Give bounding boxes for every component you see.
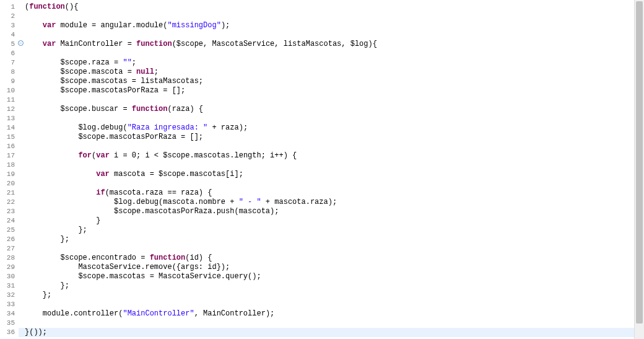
code-line[interactable]: $scope.mascota = null;: [25, 68, 643, 77]
token-pn: ;: [132, 58, 136, 67]
line-number: 13: [0, 114, 19, 123]
token-pn: $scope.mascotas = MascotaService.query()…: [25, 272, 261, 281]
line-number: 1: [0, 2, 19, 12]
code-line[interactable]: for(var i = 0; i < $scope.mascotas.lengt…: [25, 151, 643, 161]
token-pn: , MainController);: [194, 309, 275, 318]
line-number: 29: [0, 263, 19, 272]
code-line[interactable]: var module = angular.module("missingDog"…: [25, 21, 643, 30]
token-pn: [25, 170, 96, 178]
code-line[interactable]: [25, 95, 643, 105]
code-line[interactable]: };: [25, 291, 643, 300]
code-line[interactable]: $scope.mascotas = listaMascotas;: [25, 77, 643, 86]
token-pn: [25, 21, 43, 30]
line-number: 20: [0, 179, 19, 188]
code-line[interactable]: [25, 179, 643, 188]
line-number: 31: [0, 281, 19, 291]
token-str: " - ": [239, 198, 261, 206]
code-line[interactable]: [25, 12, 643, 21]
token-pn: [25, 188, 96, 197]
token-pn: $scope.mascotasPorRaza = [];: [25, 86, 185, 95]
token-pn: (){: [65, 2, 79, 11]
code-line[interactable]: [25, 319, 643, 328]
token-pn: $scope.mascotasPorRaza = [];: [25, 133, 203, 141]
token-kw: function: [136, 40, 172, 48]
token-pn: $scope.mascotas = listaMascotas;: [25, 77, 203, 86]
line-number: 5−: [0, 40, 19, 49]
line-number: 6: [0, 49, 19, 58]
code-editor[interactable]: 12345−6789101112131415161718192021222324…: [0, 0, 644, 339]
token-pn: [25, 40, 43, 48]
code-line[interactable]: (function(){: [25, 2, 643, 12]
token-pn: $scope.mascota =: [25, 68, 136, 76]
line-number: 26: [0, 235, 19, 244]
code-line[interactable]: if(mascota.raza == raza) {: [25, 188, 643, 198]
line-number: 25: [0, 226, 19, 235]
line-number: 19: [0, 170, 19, 179]
scrollbar-thumb[interactable]: [636, 1, 643, 324]
vertical-scrollbar[interactable]: [634, 0, 644, 339]
code-line[interactable]: $log.debug("Raza ingresada: " + raza);: [25, 123, 643, 133]
token-pn: }());: [25, 328, 47, 337]
token-kw: null: [136, 68, 154, 76]
token-pn: };: [25, 226, 87, 234]
code-line[interactable]: [25, 300, 643, 309]
token-kw: if: [96, 188, 105, 197]
code-line[interactable]: $scope.mascotasPorRaza.push(mascota);: [25, 207, 643, 216]
line-number: 32: [0, 291, 19, 300]
token-pn: + raza);: [207, 123, 248, 132]
line-number: 2: [0, 12, 19, 21]
code-line[interactable]: $log.debug(mascota.nombre + " - " + masc…: [25, 198, 643, 207]
token-pn: i = 0; i < $scope.mascotas.length; i++) …: [110, 151, 297, 160]
line-number: 30: [0, 272, 19, 281]
code-line[interactable]: $scope.raza = "";: [25, 58, 643, 68]
line-number: 36: [0, 328, 19, 337]
code-line[interactable]: [25, 114, 643, 123]
token-pn: }: [25, 216, 100, 225]
token-pn: $scope.encontrado =: [25, 253, 150, 262]
line-number: 34: [0, 309, 19, 319]
token-kw: var: [96, 170, 110, 178]
token-str: "missingDog": [167, 21, 220, 30]
code-line[interactable]: MascotaService.remove({args: id});: [25, 263, 643, 272]
token-str: "": [123, 58, 131, 67]
token-pn: (id) {: [185, 253, 212, 262]
token-pn: module = angular.module(: [56, 21, 167, 30]
code-line[interactable]: $scope.encontrado = function(id) {: [25, 253, 643, 263]
code-line[interactable]: };: [25, 235, 643, 244]
code-line[interactable]: };: [25, 281, 643, 291]
token-kw: var: [43, 21, 56, 30]
code-line[interactable]: [25, 49, 643, 58]
line-number: 22: [0, 198, 19, 207]
code-line[interactable]: [25, 161, 643, 170]
code-line[interactable]: $scope.mascotasPorRaza = [];: [25, 86, 643, 95]
code-line[interactable]: module.controller("MainController", Main…: [25, 309, 643, 319]
code-area[interactable]: (function(){ var module = angular.module…: [19, 0, 643, 339]
token-pn: MascotaService.remove({args: id});: [25, 263, 230, 271]
line-number: 27: [0, 244, 19, 253]
code-line[interactable]: var MainController = function($scope, Ma…: [25, 40, 643, 49]
token-kw: var: [43, 40, 56, 48]
line-number-gutter: 12345−6789101112131415161718192021222324…: [0, 0, 19, 339]
token-pn: );: [221, 21, 230, 30]
code-line[interactable]: [25, 142, 643, 151]
token-pn: $scope.raza =: [25, 58, 123, 67]
fold-collapse-icon[interactable]: −: [18, 40, 24, 46]
line-number: 11: [0, 95, 19, 105]
code-line[interactable]: $scope.mascotas = MascotaService.query()…: [25, 272, 643, 281]
code-line[interactable]: };: [25, 226, 643, 235]
code-line[interactable]: }());: [19, 328, 643, 337]
line-number: 24: [0, 216, 19, 226]
code-line[interactable]: $scope.mascotasPorRaza = [];: [25, 133, 643, 142]
code-line[interactable]: var mascota = $scope.mascotas[i];: [25, 170, 643, 179]
token-pn: $log.debug(: [25, 123, 128, 132]
token-str: "Raza ingresada: ": [128, 123, 208, 132]
line-number: 21: [0, 188, 19, 198]
token-kw: for: [78, 151, 92, 160]
token-pn: mascota = $scope.mascotas[i];: [110, 170, 243, 178]
code-line[interactable]: [25, 30, 643, 40]
code-line[interactable]: [25, 244, 643, 253]
code-line[interactable]: $scope.buscar = function(raza) {: [25, 105, 643, 114]
code-line[interactable]: }: [25, 216, 643, 226]
token-pn: $scope.mascotasPorRaza.push(mascota);: [25, 207, 279, 216]
line-number: 35: [0, 319, 19, 328]
